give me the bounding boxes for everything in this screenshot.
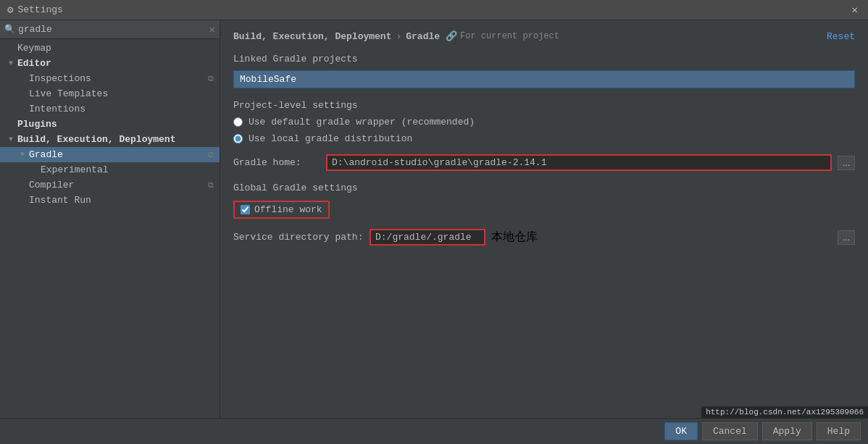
service-dir-label: Service directory path: bbox=[233, 232, 364, 243]
sidebar-item-label: Compiler bbox=[29, 180, 74, 190]
offline-work-checkbox-wrap[interactable]: Offline work bbox=[233, 201, 330, 219]
service-dir-flex: 本地仓库 ... bbox=[370, 229, 855, 246]
apply-button[interactable]: Apply bbox=[762, 422, 812, 440]
radio-use-wrapper[interactable]: Use default gradle wrapper (recommended) bbox=[233, 117, 855, 127]
sidebar: 🔍 ✕ Keymap ▼ Editor Inspections ⧉ bbox=[0, 20, 220, 418]
sidebar-item-label: Instant Run bbox=[29, 195, 91, 206]
title-bar-title: Settings bbox=[17, 4, 62, 15]
project-list-item[interactable]: MobileSafe bbox=[233, 70, 855, 88]
bottom-bar: OK Cancel Apply Help bbox=[0, 418, 868, 444]
sidebar-item-gradle[interactable]: ▼ Gradle ⧉ bbox=[0, 147, 220, 162]
offline-work-checkbox[interactable] bbox=[241, 205, 250, 214]
linked-projects-section: Linked Gradle projects MobileSafe bbox=[233, 54, 855, 88]
gradle-home-label: Gradle home: bbox=[233, 157, 320, 168]
gradle-home-row: Gradle home: ... bbox=[233, 154, 855, 171]
service-dir-input[interactable] bbox=[370, 229, 485, 246]
project-level-label: Project-level settings bbox=[233, 100, 855, 111]
sidebar-item-label: Editor bbox=[17, 58, 51, 69]
search-clear-button[interactable]: ✕ bbox=[209, 23, 215, 35]
cancel-button[interactable]: Cancel bbox=[702, 422, 758, 440]
global-settings-label: Global Gradle settings bbox=[233, 183, 855, 193]
sidebar-item-label: Experimental bbox=[41, 164, 109, 175]
sidebar-item-plugins[interactable]: Plugins bbox=[0, 117, 220, 132]
close-button[interactable]: ✕ bbox=[849, 4, 861, 16]
search-input[interactable] bbox=[18, 24, 206, 35]
copy-icon: ⧉ bbox=[208, 75, 214, 83]
radio-local-label: Use local gradle distribution bbox=[249, 133, 412, 144]
local-warehouse-text: 本地仓库 bbox=[491, 230, 538, 245]
project-level-settings: Project-level settings Use default gradl… bbox=[233, 100, 855, 171]
sidebar-item-intentions[interactable]: Intentions bbox=[0, 101, 220, 117]
search-icon: 🔍 bbox=[4, 24, 15, 35]
sidebar-item-label: Intentions bbox=[29, 104, 85, 114]
offline-work-label: Offline work bbox=[254, 204, 322, 215]
sidebar-item-build-execution[interactable]: ▼ Build, Execution, Deployment bbox=[0, 132, 220, 147]
sidebar-item-label: Gradle bbox=[29, 149, 63, 160]
radio-local-input[interactable] bbox=[233, 134, 243, 143]
service-dir-row: Service directory path: 本地仓库 ... bbox=[233, 229, 855, 246]
gradle-home-browse-button[interactable]: ... bbox=[838, 156, 855, 170]
scope-icon: 🔗 bbox=[446, 30, 457, 42]
breadcrumb: Build, Execution, Deployment › Gradle 🔗 … bbox=[233, 30, 855, 42]
gradle-home-input[interactable] bbox=[326, 154, 832, 171]
radio-wrapper-input[interactable] bbox=[233, 117, 243, 127]
breadcrumb-part1: Build, Execution, Deployment bbox=[233, 31, 391, 42]
sidebar-item-editor[interactable]: ▼ Editor bbox=[0, 56, 220, 71]
sidebar-item-instant-run[interactable]: Instant Run bbox=[0, 193, 220, 208]
global-gradle-settings: Global Gradle settings Offline work Serv… bbox=[233, 183, 855, 246]
sidebar-item-keymap[interactable]: Keymap bbox=[0, 41, 220, 56]
sidebar-item-label: Keymap bbox=[17, 43, 51, 54]
main-layout: 🔍 ✕ Keymap ▼ Editor Inspections ⧉ bbox=[0, 20, 868, 418]
copy-icon-compiler: ⧉ bbox=[208, 181, 214, 190]
ok-button[interactable]: OK bbox=[664, 422, 698, 440]
main-content: Build, Execution, Deployment › Gradle 🔗 … bbox=[220, 20, 868, 418]
sidebar-item-label: Inspections bbox=[29, 73, 91, 84]
breadcrumb-separator: › bbox=[396, 31, 401, 42]
sidebar-item-label: Plugins bbox=[17, 119, 57, 130]
radio-use-local[interactable]: Use local gradle distribution bbox=[233, 133, 855, 144]
radio-group: Use default gradle wrapper (recommended)… bbox=[233, 117, 855, 144]
sidebar-item-live-templates[interactable]: Live Templates bbox=[0, 86, 220, 101]
breadcrumb-scope-text: For current project bbox=[460, 31, 559, 41]
reset-button[interactable]: Reset bbox=[827, 31, 855, 42]
sidebar-item-compiler[interactable]: Compiler ⧉ bbox=[0, 177, 220, 193]
title-bar: ⚙ Settings ✕ bbox=[0, 0, 868, 20]
help-button[interactable]: Help bbox=[817, 422, 861, 440]
offline-work-row: Offline work bbox=[233, 201, 855, 219]
service-dir-browse-button[interactable]: ... bbox=[838, 230, 855, 245]
settings-icon: ⚙ bbox=[7, 4, 13, 16]
copy-icon-gradle: ⧉ bbox=[208, 151, 214, 159]
sidebar-tree: Keymap ▼ Editor Inspections ⧉ Live Templ… bbox=[0, 39, 220, 418]
linked-projects-label: Linked Gradle projects bbox=[233, 54, 855, 64]
radio-wrapper-label: Use default gradle wrapper (recommended) bbox=[249, 117, 475, 127]
sidebar-item-experimental[interactable]: Experimental bbox=[0, 162, 220, 177]
sidebar-item-label: Build, Execution, Deployment bbox=[17, 134, 175, 145]
search-bar: 🔍 ✕ bbox=[0, 20, 220, 39]
sidebar-item-inspections[interactable]: Inspections ⧉ bbox=[0, 71, 220, 86]
breadcrumb-part2: Gradle bbox=[406, 31, 440, 42]
sidebar-item-label: Live Templates bbox=[29, 88, 108, 99]
